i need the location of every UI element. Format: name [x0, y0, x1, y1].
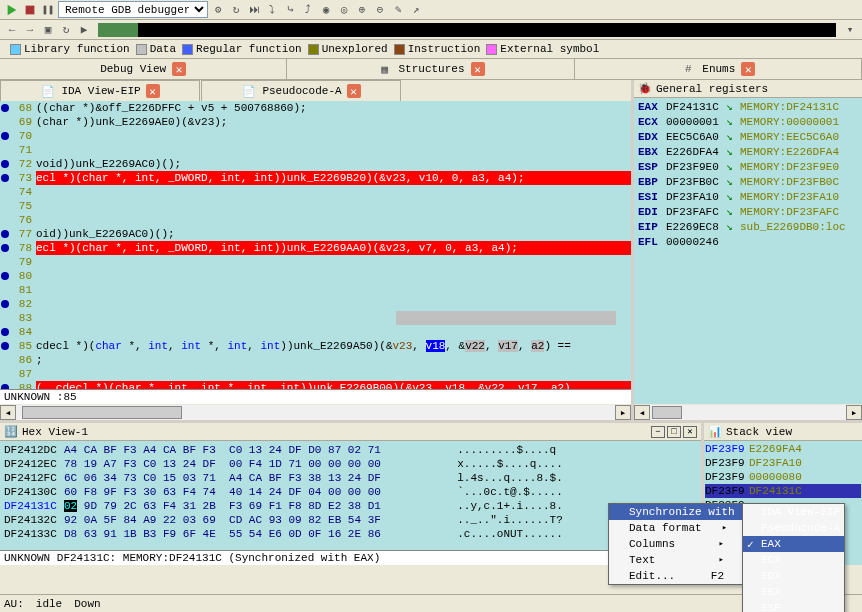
register-row[interactable]: ECX00000001↘MEMORY:00000001	[638, 115, 858, 130]
sub-pseudo[interactable]: Pseudocode-A	[743, 520, 844, 536]
tb-icon-11[interactable]: ✎	[390, 2, 406, 18]
breakpoint-icon[interactable]	[1, 300, 9, 308]
code-line[interactable]: 69(char *))unk_E2269AE0)(&v23);	[0, 115, 631, 129]
sub-esp[interactable]: ESP	[743, 600, 844, 612]
stop-icon[interactable]	[22, 2, 38, 18]
hex-row[interactable]: DF2412EC78 19 A7 F3 C0 13 24 DF 00 F4 1D…	[4, 457, 697, 471]
breakpoint-icon[interactable]	[1, 272, 9, 280]
ctx-edit[interactable]: Edit...F2	[609, 568, 742, 584]
register-row[interactable]: EBPDF23FB0C↘MEMORY:DF23FB0C	[638, 175, 858, 190]
code-line[interactable]: 75	[0, 199, 631, 213]
tab-pseudocode[interactable]: 📄 Pseudocode-A ✕	[201, 80, 401, 101]
code-line[interactable]: 85cdecl *)(char *, int, int *, int, int)…	[0, 339, 631, 353]
close-icon[interactable]: ✕	[172, 62, 186, 76]
sync-submenu[interactable]: IDA View-EIP Pseudocode-A ✓EAX ECX EDX E…	[742, 503, 845, 612]
pause-icon[interactable]	[40, 2, 56, 18]
ctx-sync-with[interactable]: Synchronize with IDA View-EIP Pseudocode…	[609, 504, 742, 520]
close-icon[interactable]: ✕	[471, 62, 485, 76]
code-line[interactable]: 72void))unk_E2269AC0)();	[0, 157, 631, 171]
code-line[interactable]: 71	[0, 143, 631, 157]
register-row[interactable]: EDIDF23FAFC↘MEMORY:DF23FAFC	[638, 205, 858, 220]
tb-icon-9[interactable]: ⊕	[354, 2, 370, 18]
sub-eax[interactable]: ✓EAX	[743, 536, 844, 552]
code-line[interactable]: 78ecl *)(char *, int, _DWORD, int, int))…	[0, 241, 631, 255]
code-line[interactable]: 76	[0, 213, 631, 227]
sub-ida-view[interactable]: IDA View-EIP	[743, 504, 844, 520]
register-row[interactable]: ESPDF23F9E0↘MEMORY:DF23F9E0	[638, 160, 858, 175]
close-icon[interactable]: ✕	[146, 84, 160, 98]
ctx-columns[interactable]: Columns	[609, 536, 742, 552]
scroll-right-icon[interactable]: ▸	[846, 405, 862, 420]
ctx-text[interactable]: Text	[609, 552, 742, 568]
tab-debug-view[interactable]: Debug View ✕	[0, 59, 287, 79]
code-line[interactable]: 81	[0, 283, 631, 297]
sub-edx[interactable]: EDX	[743, 568, 844, 584]
code-line[interactable]: 80	[0, 269, 631, 283]
debugger-select[interactable]: Remote GDB debugger	[58, 1, 208, 18]
breakpoint-icon[interactable]	[1, 230, 9, 238]
tab-enums[interactable]: # Enums ✕	[575, 59, 862, 79]
tab-ida-view[interactable]: 📄 IDA View-EIP ✕	[0, 80, 200, 101]
register-row[interactable]: ESIDF23FA10↘MEMORY:DF23FA10	[638, 190, 858, 205]
registers-body[interactable]: EAXDF24131C↘MEMORY:DF24131CECX00000001↘M…	[634, 98, 862, 404]
code-line[interactable]: 70	[0, 129, 631, 143]
h-scrollbar[interactable]: ◂ ▸	[0, 404, 631, 420]
nav-icon-3[interactable]: ▣	[40, 22, 56, 38]
stack-row[interactable]: DF23F9 DF24131C	[705, 484, 861, 498]
hex-row[interactable]: DF24132C92 0A 5F 84 A9 22 03 69 CD AC 93…	[4, 513, 697, 527]
close-icon[interactable]: ✕	[347, 84, 361, 98]
code-line[interactable]: 74	[0, 185, 631, 199]
stack-row[interactable]: DF23F9 E2269FA4	[705, 442, 861, 456]
breakpoint-icon[interactable]	[1, 160, 9, 168]
tab-structures[interactable]: ▦ Structures ✕	[287, 59, 574, 79]
tb-icon-7[interactable]: ◉	[318, 2, 334, 18]
tb-icon-3[interactable]: ⏭	[246, 2, 262, 18]
maximize-icon[interactable]: □	[667, 426, 681, 438]
tb-icon-12[interactable]: ↗	[408, 2, 424, 18]
nav-fwd-icon[interactable]: →	[22, 22, 38, 38]
scroll-left-icon[interactable]: ◂	[634, 405, 650, 420]
code-line[interactable]: 82	[0, 297, 631, 311]
hex-row[interactable]: DF2412FC6C 06 34 73 C0 15 03 71 A4 CA BF…	[4, 471, 697, 485]
stack-row[interactable]: DF23F9 DF23FA10	[705, 456, 861, 470]
hex-row[interactable]: DF2412DCA4 CA BF F3 A4 CA BF F3 C0 13 24…	[4, 443, 697, 457]
register-row[interactable]: EBXE226DFA4↘MEMORY:E226DFA4	[638, 145, 858, 160]
code-line[interactable]: 79	[0, 255, 631, 269]
hex-row[interactable]: DF24131C02 9D 79 2C 63 F4 31 2B F3 69 F1…	[4, 499, 697, 513]
reg-h-scrollbar[interactable]: ◂ ▸	[634, 404, 862, 420]
register-row[interactable]: EAXDF24131C↘MEMORY:DF24131C	[638, 100, 858, 115]
code-line[interactable]: 83	[0, 311, 631, 325]
register-row[interactable]: EIPE2269EC8↘sub_E2269DB0:loc	[638, 220, 858, 235]
step-into-icon[interactable]: ⤷	[282, 2, 298, 18]
code-line[interactable]: 68((char *)&off_E226DFFC + v5 + 50076886…	[0, 101, 631, 115]
code-line[interactable]: 84	[0, 325, 631, 339]
nav-icon-5[interactable]: ▶	[76, 22, 92, 38]
minimize-icon[interactable]: −	[651, 426, 665, 438]
breakpoint-icon[interactable]	[1, 384, 9, 389]
scroll-right-icon[interactable]: ▸	[615, 405, 631, 420]
tb-icon-10[interactable]: ⊖	[372, 2, 388, 18]
breakpoint-icon[interactable]	[1, 174, 9, 182]
nav-icon-6[interactable]: ▾	[842, 22, 858, 38]
navigation-band[interactable]	[98, 23, 836, 37]
breakpoint-icon[interactable]	[1, 244, 9, 252]
sub-ecx[interactable]: ECX	[743, 552, 844, 568]
hex-body[interactable]: DF2412DCA4 CA BF F3 A4 CA BF F3 C0 13 24…	[0, 441, 701, 550]
code-line[interactable]: 86;	[0, 353, 631, 367]
context-menu[interactable]: Synchronize with IDA View-EIP Pseudocode…	[608, 503, 743, 585]
step-over-icon[interactable]: ⤵	[264, 2, 280, 18]
breakpoint-icon[interactable]	[1, 104, 9, 112]
hex-row[interactable]: DF24133CD8 63 91 1B B3 F9 6F 4E 55 54 E6…	[4, 527, 697, 541]
tb-icon-8[interactable]: ◎	[336, 2, 352, 18]
code-line[interactable]: 73ecl *)(char *, int, _DWORD, int, int))…	[0, 171, 631, 185]
nav-icon-4[interactable]: ↻	[58, 22, 74, 38]
breakpoint-icon[interactable]	[1, 328, 9, 336]
code-area[interactable]: 68((char *)&off_E226DFFC + v5 + 50076886…	[0, 101, 631, 389]
code-line[interactable]: 88(__cdecl *)(char *, int, int *, int, i…	[0, 381, 631, 389]
register-row[interactable]: EFL00000246	[638, 235, 858, 250]
code-line[interactable]: 87	[0, 367, 631, 381]
close-icon[interactable]: ✕	[683, 426, 697, 438]
code-line[interactable]: 77oid))unk_E2269AC0)();	[0, 227, 631, 241]
tb-icon-1[interactable]: ⚙	[210, 2, 226, 18]
nav-back-icon[interactable]: ←	[4, 22, 20, 38]
